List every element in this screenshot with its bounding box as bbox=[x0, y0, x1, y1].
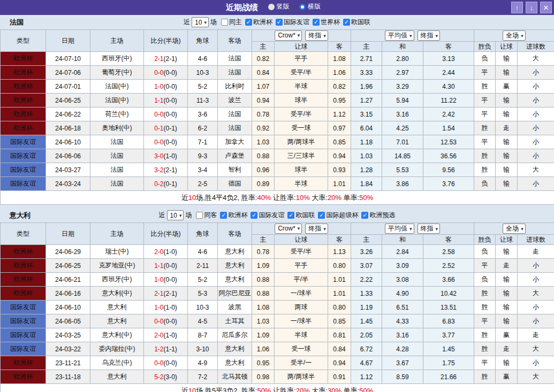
competition-checkbox[interactable]: ✓ bbox=[245, 19, 252, 26]
average-select[interactable]: 平均值▾ bbox=[385, 30, 414, 41]
avg-home-cell: 3.26 bbox=[351, 245, 382, 259]
avg-time-select[interactable]: 终指▾ bbox=[418, 30, 441, 41]
table-row: 欧洲杯23-11-21乌克兰(中)0-0(0-0)4-9意大利0.95受半/一0… bbox=[1, 356, 554, 370]
bookmaker-select[interactable]: Crow*▾ bbox=[275, 30, 302, 41]
column-header: 胜负 bbox=[474, 42, 496, 52]
result-handicap-cell: 输 bbox=[496, 314, 518, 328]
summary-text: 近 bbox=[181, 387, 188, 392]
competition-checkbox[interactable]: ✓ bbox=[318, 212, 325, 219]
corners-cell: 5-2 bbox=[188, 80, 218, 94]
competition-checkbox[interactable]: ✓ bbox=[220, 212, 227, 219]
result-goals-cell: 小 bbox=[518, 107, 554, 121]
odds-time-select[interactable]: 终指▾ bbox=[305, 30, 328, 41]
competition-checkbox[interactable]: ✓ bbox=[361, 212, 368, 219]
competition-label: 欧洲杯 bbox=[253, 18, 272, 27]
corners-cell: 2-11 bbox=[188, 259, 218, 273]
corners-cell: 3-10 bbox=[188, 342, 218, 356]
same-venue-checkbox[interactable] bbox=[196, 212, 203, 219]
corners-cell: 7-1 bbox=[188, 135, 218, 149]
chevron-down-icon: ▾ bbox=[409, 33, 412, 39]
handicap-line-cell: 受一球 bbox=[275, 121, 328, 135]
summary-value: 40% bbox=[257, 194, 271, 202]
match-count-select[interactable]: 10▾ bbox=[192, 17, 209, 27]
odds-time-select[interactable]: 终指▾ bbox=[305, 224, 328, 234]
away-team-cell: 意大利 bbox=[218, 273, 252, 287]
result-outcome-cell: 胜 bbox=[474, 287, 496, 301]
score-cell: 0-1(0-1) bbox=[144, 121, 188, 135]
score-cell: 0-0(0-0) bbox=[144, 314, 188, 328]
competition-checkbox[interactable]: ✓ bbox=[313, 19, 320, 26]
bookmaker-select[interactable]: Crow*▾ bbox=[275, 224, 302, 234]
competition-label: 欧洲杯 bbox=[228, 211, 247, 220]
handicap-line-cell: 球半 bbox=[275, 94, 328, 107]
score-cell: 0-0(0-0) bbox=[144, 135, 188, 149]
summary-value: 20% bbox=[296, 387, 310, 392]
competition-label: 国际友谊 bbox=[259, 211, 284, 220]
half-time-score: (0-0) bbox=[164, 83, 177, 90]
odds-home-cell: 0.88 bbox=[252, 287, 275, 301]
date-cell: 24-06-10 bbox=[46, 301, 90, 314]
odds-away-cell: 0.94 bbox=[328, 149, 351, 163]
match-type-cell: 欧洲杯 bbox=[1, 245, 46, 259]
layout-horizontal-radio[interactable]: 横版 bbox=[299, 2, 321, 11]
home-team-cell: 奥地利(中) bbox=[90, 121, 144, 135]
scope-select[interactable]: 全场▾ bbox=[503, 30, 526, 41]
filter-group: 近10▾场同客✓欧洲杯✓国际友谊✓欧国联✓国际超级杯✓欧洲预选 bbox=[159, 210, 396, 220]
half-time-score: (0-1) bbox=[164, 125, 177, 132]
table-row: 国际友谊24-06-06法国3-0(1-0)9-3卢森堡0.88三/三球半0.9… bbox=[1, 149, 554, 163]
match-type-cell: 国际友谊 bbox=[1, 314, 46, 328]
average-select[interactable]: 平均值▾ bbox=[385, 224, 414, 234]
competition-checkbox[interactable]: ✓ bbox=[251, 212, 257, 219]
date-cell: 24-03-24 bbox=[46, 177, 90, 191]
match-count-select[interactable]: 10▾ bbox=[167, 210, 184, 220]
result-outcome-cell: 胜 bbox=[474, 370, 496, 384]
avg-draw-cell: 14.85 bbox=[382, 149, 423, 163]
recent-results-table: 类型日期主场比分(半场)角球客场Crow*▾终指▾平均值▾终指▾全场▾主让球客主… bbox=[0, 222, 554, 392]
result-goals-cell: 大 bbox=[518, 52, 554, 66]
summary-value: 50% bbox=[359, 194, 373, 202]
away-team-cell: 比利时 bbox=[218, 80, 252, 94]
half-time-score: (0-0) bbox=[164, 276, 177, 283]
column-header: 客 bbox=[423, 42, 474, 52]
odds-away-cell: 1.06 bbox=[328, 66, 351, 80]
date-cell: 24-03-27 bbox=[46, 163, 90, 177]
corners-cell: 7-2 bbox=[188, 370, 218, 384]
date-cell: 24-07-06 bbox=[46, 66, 90, 80]
result-outcome-cell: 负 bbox=[474, 177, 496, 191]
avg-draw-cell: 2.97 bbox=[382, 66, 423, 80]
move-down-button[interactable]: ↓ bbox=[526, 2, 537, 13]
result-outcome-cell: 胜 bbox=[474, 149, 496, 163]
scope-select[interactable]: 全场▾ bbox=[503, 224, 526, 234]
odds-away-cell: 0.97 bbox=[328, 121, 351, 135]
move-up-button[interactable]: ↑ bbox=[511, 2, 523, 13]
table-row: 欧洲杯24-06-25克罗地亚(中)1-1(0-0)2-11意大利1.09平手0… bbox=[1, 259, 554, 273]
avg-time-select[interactable]: 终指▾ bbox=[418, 224, 441, 234]
layout-vertical-radio[interactable]: 竖版 bbox=[268, 2, 290, 11]
result-outcome-cell: 胜 bbox=[474, 163, 496, 177]
chevron-down-icon: ▾ bbox=[521, 226, 523, 232]
score-cell: 1-2(1-1) bbox=[144, 342, 188, 356]
away-team-cell: 波黑 bbox=[218, 301, 252, 314]
summary-value: 10 bbox=[188, 194, 196, 202]
column-header: 类型 bbox=[1, 30, 46, 52]
same-venue-checkbox[interactable] bbox=[221, 19, 228, 26]
away-team-cell: 智利 bbox=[218, 163, 252, 177]
competition-checkbox[interactable]: ✓ bbox=[287, 212, 294, 219]
handicap-line-cell: 受平/半 bbox=[275, 245, 328, 259]
summary-text: 单率: bbox=[341, 387, 359, 392]
away-team-cell: 意大利 bbox=[218, 259, 252, 273]
average-group: 平均值▾终指▾ bbox=[351, 223, 474, 235]
table-row: 国际友谊24-03-24法国0-2(0-1)2-5德国0.89半球1.011.8… bbox=[1, 177, 554, 191]
avg-away-cell: 10.42 bbox=[423, 287, 474, 301]
odds-home-cell: 0.88 bbox=[252, 149, 275, 163]
away-team-cell: 德国 bbox=[218, 177, 252, 191]
handicap-line-cell: 一/球半 bbox=[275, 287, 328, 301]
average-select-value: 平均值 bbox=[388, 31, 407, 40]
title-group: 近期战绩 竖版 横版 bbox=[226, 2, 328, 13]
bookmaker-select-value: Crow* bbox=[278, 225, 295, 232]
close-button[interactable]: ✕ bbox=[540, 2, 552, 13]
competition-checkbox[interactable]: ✓ bbox=[343, 19, 350, 26]
column-header: 客 bbox=[328, 235, 351, 245]
competition-checkbox[interactable]: ✓ bbox=[276, 19, 283, 26]
result-outcome-cell: 胜 bbox=[474, 80, 496, 94]
